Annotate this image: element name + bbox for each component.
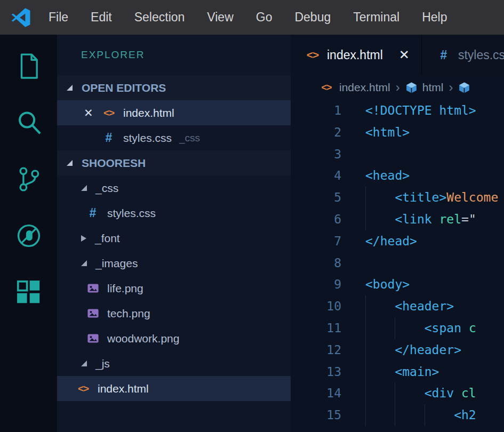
close-icon[interactable]: ✕ (399, 47, 410, 62)
tree-file-index-html[interactable]: <>index.html (57, 376, 291, 401)
html-file-icon: <> (75, 383, 91, 395)
indent-guide (365, 339, 366, 361)
tab-label: index.html (327, 48, 383, 62)
tree-file-woodwork-png[interactable]: woodwork.png (57, 326, 291, 351)
open-editor-path: _css (179, 132, 200, 144)
line-number: 12 (291, 339, 341, 361)
code-text[interactable]: </header> (341, 339, 461, 361)
code-token: c (469, 321, 476, 335)
tree-folder--images[interactable]: _images (57, 251, 291, 276)
open-editors-label: OPEN EDITORS (82, 82, 166, 94)
code-token: </head> (365, 234, 417, 248)
code-token: =" (461, 212, 476, 226)
css-file-icon: # (101, 131, 117, 145)
image-file-icon (85, 332, 101, 345)
file-label: tech.png (107, 307, 150, 320)
debug-disabled-icon[interactable] (0, 207, 57, 264)
tab-bar: <>index.html✕#styles.css (291, 35, 504, 75)
code-text[interactable]: <html> (341, 122, 410, 143)
search-icon[interactable] (0, 94, 57, 151)
indent-guide (365, 295, 366, 317)
line-number: 4 (291, 165, 341, 187)
image-file-icon (85, 282, 101, 294)
code-token: <head> (365, 169, 410, 182)
code-editor[interactable]: 1<!DOCTYPE html>2<html>34<head>5 <title>… (291, 100, 504, 432)
indent-guide (395, 404, 395, 426)
tree-file-styles-css[interactable]: #styles.css (57, 201, 291, 226)
open-editors-header[interactable]: OPEN EDITORS (57, 75, 291, 100)
chevron-expanded-icon (67, 160, 73, 166)
indent-guide (365, 361, 366, 383)
line-number: 9 (291, 274, 341, 295)
menu-item-go[interactable]: Go (245, 0, 284, 35)
line-number: 11 (291, 317, 341, 339)
explorer-icon[interactable] (0, 38, 57, 94)
tree-folder--font[interactable]: _font (57, 226, 291, 251)
code-line: 13 <main> (291, 361, 504, 383)
breadcrumb-label: html (422, 81, 444, 94)
line-number: 13 (291, 361, 341, 383)
code-text[interactable]: <!DOCTYPE html> (341, 100, 476, 122)
indent-guide (365, 209, 366, 230)
code-text[interactable]: <header> (341, 295, 454, 317)
menu-item-terminal[interactable]: Terminal (342, 0, 411, 35)
breadcrumb-item[interactable]: html (405, 81, 444, 94)
breadcrumb-item[interactable]: <>index.html (318, 81, 390, 94)
extensions-icon[interactable] (0, 264, 57, 321)
line-number: 1 (291, 100, 341, 122)
workspace-folder-header[interactable]: SHOORESH (57, 150, 291, 175)
code-text[interactable] (341, 143, 365, 165)
breadcrumb-item[interactable] (458, 82, 475, 94)
menu-item-help[interactable]: Help (411, 0, 458, 35)
code-text[interactable]: <main> (341, 361, 439, 383)
menu-item-debug[interactable]: Debug (283, 0, 342, 35)
menu-item-view[interactable]: View (196, 0, 244, 35)
code-line: 4<head> (291, 165, 504, 187)
open-editor-item[interactable]: ✕<>index.html (57, 100, 291, 125)
line-number: 6 (291, 209, 341, 230)
code-token: <title> (365, 190, 446, 204)
code-text[interactable]: <head> (341, 165, 410, 187)
code-text[interactable]: <title>Welcome (341, 187, 498, 209)
code-text[interactable]: <h2 (341, 404, 476, 426)
code-text[interactable]: <link rel=" (341, 209, 476, 230)
code-text[interactable]: <div cl (341, 382, 476, 404)
code-token: cl (461, 386, 476, 400)
menu-item-selection[interactable]: Selection (123, 0, 196, 35)
menu-item-file[interactable]: File (37, 0, 79, 35)
indent-guide (365, 382, 366, 404)
tab-label: styles.css (458, 48, 504, 62)
chevron-expanded-icon (81, 260, 87, 266)
line-number: 3 (291, 143, 341, 165)
menu-item-edit[interactable]: Edit (79, 0, 123, 35)
code-line: 7</head> (291, 230, 504, 252)
file-label: index.html (98, 382, 149, 395)
code-token: Welcome (446, 190, 498, 204)
open-editor-item[interactable]: #styles.css_css (57, 125, 291, 150)
code-token: rel (439, 212, 461, 226)
tree-folder--js[interactable]: _js (57, 351, 291, 376)
folder-label: _js (95, 357, 110, 370)
line-number: 2 (291, 122, 341, 143)
tree-file-life-png[interactable]: life.png (57, 276, 291, 301)
tab-index-html[interactable]: <>index.html✕ (291, 35, 422, 75)
vscode-logo-icon (11, 7, 31, 28)
code-line: 5 <title>Welcome (291, 187, 504, 209)
tab-styles-css[interactable]: #styles.css (422, 35, 504, 75)
html-file-icon: <> (101, 107, 117, 119)
code-line: 12 </header> (291, 339, 504, 361)
tree-folder--css[interactable]: _css (57, 175, 291, 201)
code-line: 10 <header> (291, 295, 504, 317)
code-text[interactable]: </head> (341, 230, 417, 252)
code-text[interactable]: <body> (341, 274, 410, 295)
code-token: <!DOCTYPE html> (365, 103, 476, 117)
chevron-expanded-icon (67, 85, 73, 91)
source-control-icon[interactable] (0, 151, 57, 207)
code-text[interactable] (341, 252, 365, 274)
tree-file-tech-png[interactable]: tech.png (57, 301, 291, 326)
close-icon[interactable]: ✕ (84, 107, 101, 119)
code-text[interactable]: <span c (341, 317, 476, 339)
workbench: EXPLORER OPEN EDITORS ✕<>index.html#styl… (0, 35, 504, 432)
css-file-icon: # (436, 48, 452, 62)
file-label: styles.css (107, 207, 156, 220)
